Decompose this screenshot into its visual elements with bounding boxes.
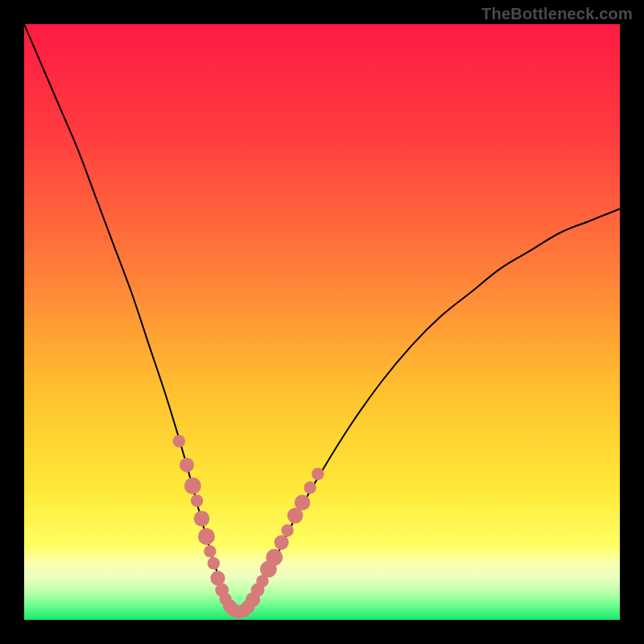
- marker-point: [295, 494, 311, 510]
- marker-point: [191, 494, 203, 506]
- marker-point: [208, 557, 220, 569]
- marker-group: [173, 435, 324, 618]
- marker-point: [281, 524, 293, 536]
- marker-point: [184, 477, 201, 494]
- marker-point: [275, 535, 289, 550]
- marker-point: [173, 435, 185, 447]
- marker-point: [312, 468, 324, 480]
- marker-point: [266, 549, 283, 566]
- marker-point: [210, 571, 225, 585]
- marker-point: [198, 528, 215, 545]
- marker-point: [204, 545, 216, 557]
- plot-area: [24, 24, 620, 620]
- chart-frame: TheBottleneck.com: [0, 0, 644, 644]
- marker-point: [194, 510, 210, 526]
- bottleneck-curve: [24, 24, 620, 615]
- marker-point: [304, 481, 316, 493]
- marker-point: [180, 458, 194, 473]
- watermark-text: TheBottleneck.com: [481, 5, 633, 23]
- curve-layer: [24, 24, 620, 620]
